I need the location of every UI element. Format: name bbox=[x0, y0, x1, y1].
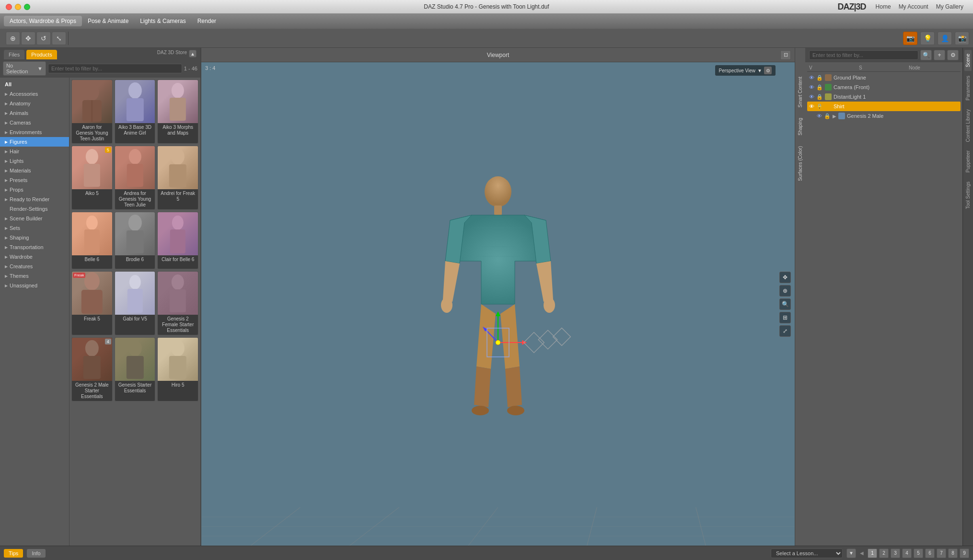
tab-scene[interactable]: Scene bbox=[964, 50, 972, 71]
cat-creatures[interactable]: ▶ Creatures bbox=[0, 262, 69, 271]
tool-light[interactable]: 💡 bbox=[920, 32, 935, 45]
right-filter-input[interactable] bbox=[809, 50, 918, 60]
close-button[interactable] bbox=[6, 4, 12, 10]
product-item[interactable]: Clair for Belle 6 bbox=[157, 212, 198, 269]
smart-content-tab[interactable]: Smart Content bbox=[797, 72, 804, 112]
page-5[interactable]: 5 bbox=[914, 549, 923, 558]
tool-move[interactable]: ✥ bbox=[21, 32, 35, 45]
cat-scene-builder[interactable]: ▶ Scene Builder bbox=[0, 214, 69, 223]
cat-ready-render[interactable]: ▶ Ready to Render bbox=[0, 194, 69, 204]
vp-tool-expand[interactable]: ⤢ bbox=[779, 325, 791, 337]
nav-gallery[interactable]: My Gallery bbox=[936, 3, 963, 10]
surfaces-tab[interactable]: Surfaces (Color) bbox=[797, 141, 804, 186]
cat-unassigned[interactable]: ▶ Unassigned bbox=[0, 281, 69, 290]
vp-tool-orbit[interactable]: ⊕ bbox=[779, 285, 791, 297]
cat-all[interactable]: All bbox=[0, 80, 69, 89]
page-3[interactable]: 3 bbox=[891, 549, 900, 558]
cat-animals[interactable]: ▶ Animals bbox=[0, 108, 69, 118]
panel-scroll-up[interactable]: ▲ bbox=[189, 50, 197, 57]
settings-button[interactable]: ⚙ bbox=[947, 50, 959, 60]
cat-shaping[interactable]: ▶ Shaping bbox=[0, 233, 69, 242]
cat-transportation[interactable]: ▶ Transportation bbox=[0, 242, 69, 252]
menu-render[interactable]: Render bbox=[192, 16, 222, 26]
tab-files[interactable]: Files bbox=[4, 50, 24, 59]
tool-rotate[interactable]: ↺ bbox=[36, 32, 51, 45]
tab-content-library[interactable]: Content Library bbox=[964, 105, 972, 146]
shaping-tab[interactable]: Shaping bbox=[797, 113, 804, 140]
product-item[interactable]: Genesis Starter Essentials bbox=[115, 337, 156, 401]
vp-fullscreen[interactable]: ⊡ bbox=[780, 50, 791, 60]
menu-pose[interactable]: Pose & Animate bbox=[82, 16, 134, 26]
cat-sets[interactable]: ▶ Sets bbox=[0, 223, 69, 233]
tool-figure[interactable]: 👤 bbox=[938, 32, 952, 45]
tool-screenshot[interactable]: 📸 bbox=[955, 32, 969, 45]
page-9[interactable]: 9 bbox=[960, 549, 969, 558]
product-item[interactable]: Brodie 6 bbox=[115, 212, 156, 269]
cat-lights[interactable]: ▶ Lights bbox=[0, 156, 69, 166]
selection-dropdown[interactable]: No Selection ▼ bbox=[3, 61, 46, 76]
product-item[interactable]: Andrei for Freak 5 bbox=[157, 146, 198, 210]
lesson-dropdown[interactable]: ▼ bbox=[846, 549, 856, 558]
maximize-button[interactable] bbox=[24, 4, 30, 10]
scene-row-camera[interactable]: 👁 🔒 Camera (Front) bbox=[807, 82, 961, 92]
cat-cameras[interactable]: ▶ Cameras bbox=[0, 118, 69, 127]
nav-links[interactable]: Home My Account My Gallery bbox=[876, 3, 963, 10]
cat-hair[interactable]: ▶ Hair bbox=[0, 147, 69, 156]
cat-presets[interactable]: ▶ Presets bbox=[0, 175, 69, 185]
page-1[interactable]: 1 bbox=[868, 549, 877, 558]
cat-wardrobe[interactable]: ▶ Wardrobe bbox=[0, 252, 69, 262]
cat-render-settings[interactable]: ▶ Render-Settings bbox=[0, 204, 69, 214]
page-8[interactable]: 8 bbox=[948, 549, 958, 558]
filter-input[interactable] bbox=[48, 64, 182, 73]
product-item[interactable]: Freak Freak 5 bbox=[71, 271, 113, 335]
product-item[interactable]: Andrea for Genesis Young Teen Julie bbox=[115, 146, 156, 210]
viewport-body[interactable]: 3 : 4 Perspective View ▼ ⚙ bbox=[201, 62, 795, 546]
product-item[interactable]: Belle 6 bbox=[71, 212, 113, 269]
vp-tool-zoom[interactable]: 🔍 bbox=[779, 298, 791, 310]
add-button[interactable]: + bbox=[934, 50, 945, 60]
product-item[interactable]: Hiro 5 bbox=[157, 337, 198, 401]
nav-account[interactable]: My Account bbox=[899, 3, 928, 10]
bottom-tab-tips[interactable]: Tips bbox=[4, 549, 23, 558]
cat-anatomy[interactable]: ▶ Anatomy bbox=[0, 99, 69, 108]
product-item[interactable]: Aaron for Genesis Young Teen Justin bbox=[71, 80, 113, 144]
tab-products[interactable]: Products bbox=[26, 50, 57, 59]
page-2[interactable]: 2 bbox=[879, 549, 889, 558]
cat-accessories[interactable]: ▶ Accessories bbox=[0, 89, 69, 99]
product-item[interactable]: Gabi for V5 bbox=[115, 271, 156, 335]
scene-row-light[interactable]: 👁 🔒 DistantLight 1 bbox=[807, 92, 961, 102]
tab-parameters[interactable]: Parameters bbox=[964, 72, 972, 104]
window-controls[interactable] bbox=[6, 4, 30, 10]
vp-tool-frame[interactable]: ⊞ bbox=[779, 312, 791, 323]
product-item[interactable]: Aiko 3 Morphs and Maps bbox=[157, 80, 198, 144]
cat-environments[interactable]: ▶ Environments bbox=[0, 127, 69, 137]
product-item[interactable]: Genesis 2 Female Starter Essentials bbox=[157, 271, 198, 335]
nav-home[interactable]: Home bbox=[876, 3, 891, 10]
search-button[interactable]: 🔍 bbox=[920, 50, 932, 60]
cat-themes[interactable]: ▶ Themes bbox=[0, 271, 69, 281]
tool-camera[interactable]: 📷 bbox=[903, 32, 917, 45]
cat-materials[interactable]: ▶ Materials bbox=[0, 166, 69, 175]
lesson-select[interactable]: Select a Lesson... bbox=[771, 549, 843, 558]
page-4[interactable]: 4 bbox=[902, 549, 912, 558]
cat-figures[interactable]: ▶ Figures bbox=[0, 137, 69, 147]
menu-actors[interactable]: Actors, Wardrobe & Props bbox=[4, 16, 82, 26]
daz-store-button[interactable]: DAZ 3D Store bbox=[157, 50, 187, 59]
product-item[interactable]: Aiko 3 Base 3D Anime Girl bbox=[115, 80, 156, 144]
bottom-tab-info[interactable]: Info bbox=[27, 549, 45, 558]
product-item[interactable]: 5 Aiko 5 bbox=[71, 146, 113, 210]
vp-tool-move[interactable]: ✥ bbox=[779, 272, 791, 283]
page-7[interactable]: 7 bbox=[937, 549, 946, 558]
tab-puppeteer[interactable]: Puppeteer bbox=[964, 147, 972, 176]
tool-scale[interactable]: ⤡ bbox=[52, 32, 66, 45]
scene-row-genesis[interactable]: 👁 🔒 ▶ Genesis 2 Male bbox=[807, 111, 961, 121]
scene-row-ground[interactable]: 👁 🔒 Ground Plane bbox=[807, 73, 961, 82]
minimize-button[interactable] bbox=[15, 4, 21, 10]
page-6[interactable]: 6 bbox=[925, 549, 935, 558]
product-item[interactable]: 4 Genesis 2 Male Starter Essentials bbox=[71, 337, 113, 401]
tool-select[interactable]: ⊕ bbox=[6, 32, 20, 45]
tab-tool-settings[interactable]: Tool Settings bbox=[964, 178, 972, 213]
menu-lights[interactable]: Lights & Cameras bbox=[134, 16, 191, 26]
cat-props[interactable]: ▶ Props bbox=[0, 185, 69, 194]
scene-row-shirt[interactable]: 👁 🔒 Shirt bbox=[807, 102, 961, 111]
